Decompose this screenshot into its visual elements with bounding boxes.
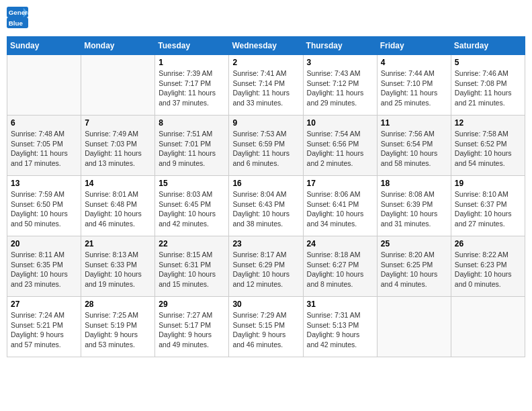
calendar-cell: 11Sunrise: 7:56 AMSunset: 6:54 PMDayligh… [377,116,451,176]
calendar-cell: 27Sunrise: 7:24 AMSunset: 5:21 PMDayligh… [7,297,81,357]
weekday-header-row: SundayMondayTuesdayWednesdayThursdayFrid… [7,37,525,55]
day-info: Sunrise: 7:27 AMSunset: 5:17 PMDaylight:… [159,310,225,350]
calendar-cell: 3Sunrise: 7:43 AMSunset: 7:12 PMDaylight… [303,55,377,116]
calendar-cell: 19Sunrise: 8:10 AMSunset: 6:37 PMDayligh… [451,176,525,236]
day-number: 22 [159,239,225,248]
day-number: 27 [11,300,77,309]
day-info: Sunrise: 8:13 AMSunset: 6:33 PMDaylight:… [85,250,151,289]
day-number: 30 [232,300,299,309]
day-info: Sunrise: 8:03 AMSunset: 6:45 PMDaylight:… [159,189,225,229]
calendar-cell [451,297,525,357]
day-info: Sunrise: 8:22 AMSunset: 6:23 PMDaylight:… [455,250,521,289]
day-number: 15 [159,179,225,188]
day-info: Sunrise: 8:08 AMSunset: 6:39 PMDaylight:… [381,189,447,229]
calendar-cell: 20Sunrise: 8:11 AMSunset: 6:35 PMDayligh… [7,236,81,297]
day-number: 28 [85,300,151,309]
day-number: 21 [85,239,151,248]
svg-text:Blue: Blue [9,19,24,27]
day-info: Sunrise: 7:58 AMSunset: 6:52 PMDaylight:… [455,129,521,169]
day-number: 26 [455,239,521,248]
day-number: 10 [307,118,373,128]
day-number: 13 [11,179,77,188]
day-info: Sunrise: 8:06 AMSunset: 6:41 PMDaylight:… [307,189,373,229]
day-number: 8 [159,118,225,128]
calendar-cell: 10Sunrise: 7:54 AMSunset: 6:56 PMDayligh… [303,116,377,176]
weekday-header-monday: Monday [81,37,155,55]
calendar-cell: 15Sunrise: 8:03 AMSunset: 6:45 PMDayligh… [155,176,229,236]
day-number: 11 [381,118,447,128]
day-info: Sunrise: 8:10 AMSunset: 6:37 PMDaylight:… [455,189,521,229]
day-info: Sunrise: 8:15 AMSunset: 6:31 PMDaylight:… [159,250,225,289]
calendar-cell: 9Sunrise: 7:53 AMSunset: 6:59 PMDaylight… [229,116,303,176]
day-info: Sunrise: 7:49 AMSunset: 7:03 PMDaylight:… [85,129,151,169]
day-info: Sunrise: 7:59 AMSunset: 6:50 PMDaylight:… [11,189,77,229]
day-number: 24 [307,239,373,248]
day-number: 12 [455,118,521,128]
day-number: 29 [159,300,225,309]
calendar-cell [377,297,451,357]
day-info: Sunrise: 7:54 AMSunset: 6:56 PMDaylight:… [307,129,373,169]
day-number: 17 [307,179,373,188]
day-info: Sunrise: 7:44 AMSunset: 7:10 PMDaylight:… [381,68,447,108]
weekday-header-saturday: Saturday [451,37,525,55]
weekday-header-tuesday: Tuesday [155,37,229,55]
calendar-cell: 24Sunrise: 8:18 AMSunset: 6:27 PMDayligh… [303,236,377,297]
calendar-cell: 13Sunrise: 7:59 AMSunset: 6:50 PMDayligh… [7,176,81,236]
day-info: Sunrise: 8:01 AMSunset: 6:48 PMDaylight:… [85,189,151,229]
calendar-table: SundayMondayTuesdayWednesdayThursdayFrid… [7,36,525,357]
weekday-header-sunday: Sunday [7,37,81,55]
calendar-cell: 2Sunrise: 7:41 AMSunset: 7:14 PMDaylight… [229,55,303,116]
calendar-cell: 26Sunrise: 8:22 AMSunset: 6:23 PMDayligh… [451,236,525,297]
day-info: Sunrise: 8:11 AMSunset: 6:35 PMDaylight:… [11,250,77,289]
day-number: 5 [455,58,521,67]
day-info: Sunrise: 8:20 AMSunset: 6:25 PMDaylight:… [381,250,447,289]
calendar-cell: 7Sunrise: 7:49 AMSunset: 7:03 PMDaylight… [81,116,155,176]
calendar-cell: 25Sunrise: 8:20 AMSunset: 6:25 PMDayligh… [377,236,451,297]
calendar-cell: 5Sunrise: 7:46 AMSunset: 7:08 PMDaylight… [451,55,525,116]
logo: General Blue [7,9,32,31]
day-info: Sunrise: 8:04 AMSunset: 6:43 PMDaylight:… [232,189,299,229]
week-row-4: 20Sunrise: 8:11 AMSunset: 6:35 PMDayligh… [7,236,525,297]
svg-text:General: General [9,9,28,16]
calendar-cell: 23Sunrise: 8:17 AMSunset: 6:29 PMDayligh… [229,236,303,297]
day-info: Sunrise: 8:18 AMSunset: 6:27 PMDaylight:… [307,250,373,289]
calendar-cell: 29Sunrise: 7:27 AMSunset: 5:17 PMDayligh… [155,297,229,357]
day-number: 3 [307,58,373,67]
day-number: 19 [455,179,521,188]
calendar-cell: 14Sunrise: 8:01 AMSunset: 6:48 PMDayligh… [81,176,155,236]
day-info: Sunrise: 7:24 AMSunset: 5:21 PMDaylight:… [11,310,77,350]
day-number: 20 [11,239,77,248]
day-info: Sunrise: 7:39 AMSunset: 7:17 PMDaylight:… [159,68,225,108]
weekday-header-friday: Friday [377,37,451,55]
calendar-cell: 18Sunrise: 8:08 AMSunset: 6:39 PMDayligh… [377,176,451,236]
day-number: 16 [232,179,299,188]
week-row-2: 6Sunrise: 7:48 AMSunset: 7:05 PMDaylight… [7,116,525,176]
day-number: 4 [381,58,447,67]
calendar-cell: 30Sunrise: 7:29 AMSunset: 5:15 PMDayligh… [229,297,303,357]
logo-icon: General Blue [7,7,28,28]
day-number: 31 [307,300,373,309]
calendar-cell: 16Sunrise: 8:04 AMSunset: 6:43 PMDayligh… [229,176,303,236]
day-number: 9 [232,118,299,128]
week-row-5: 27Sunrise: 7:24 AMSunset: 5:21 PMDayligh… [7,297,525,357]
day-info: Sunrise: 7:31 AMSunset: 5:13 PMDaylight:… [307,310,373,350]
calendar-cell: 21Sunrise: 8:13 AMSunset: 6:33 PMDayligh… [81,236,155,297]
day-number: 2 [232,58,299,67]
calendar-cell [81,55,155,116]
day-number: 18 [381,179,447,188]
page-header: General Blue [7,7,525,31]
day-info: Sunrise: 8:17 AMSunset: 6:29 PMDaylight:… [232,250,299,289]
day-info: Sunrise: 7:56 AMSunset: 6:54 PMDaylight:… [381,129,447,169]
day-info: Sunrise: 7:53 AMSunset: 6:59 PMDaylight:… [232,129,299,169]
calendar-cell: 4Sunrise: 7:44 AMSunset: 7:10 PMDaylight… [377,55,451,116]
day-number: 6 [11,118,77,128]
day-number: 14 [85,179,151,188]
day-number: 25 [381,239,447,248]
weekday-header-wednesday: Wednesday [229,37,303,55]
calendar-cell: 17Sunrise: 8:06 AMSunset: 6:41 PMDayligh… [303,176,377,236]
day-info: Sunrise: 7:46 AMSunset: 7:08 PMDaylight:… [455,68,521,108]
day-number: 23 [232,239,299,248]
calendar-cell: 12Sunrise: 7:58 AMSunset: 6:52 PMDayligh… [451,116,525,176]
week-row-3: 13Sunrise: 7:59 AMSunset: 6:50 PMDayligh… [7,176,525,236]
weekday-header-thursday: Thursday [303,37,377,55]
